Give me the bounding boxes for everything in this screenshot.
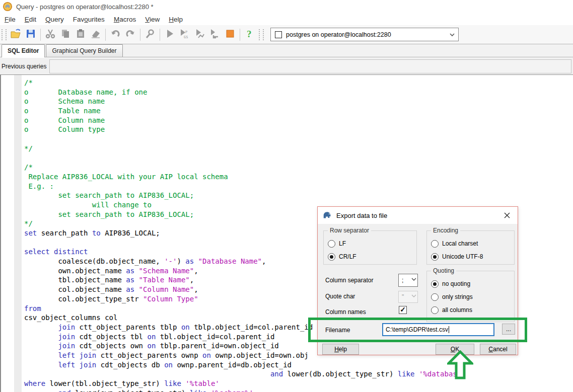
browse-button[interactable]: ... [502,324,515,335]
filename-value: C:\temp\GDPR\test.csv [386,326,448,333]
chevron-down-icon[interactable] [446,31,458,39]
code-line: o Column type [24,125,573,134]
help-button[interactable]: ? [243,28,257,42]
radio-only-strings[interactable]: only strings [431,290,512,303]
window-titlebar: Query - postgres on operator@localhost:2… [0,0,573,13]
undo-button[interactable] [108,28,122,42]
cancel-button[interactable]: Cancel [480,344,516,355]
quoting-group: Quoting no quotingonly stringsall column… [426,271,515,322]
explain-query-button[interactable] [193,28,207,42]
radio-no-quoting[interactable]: no quoting [431,277,512,290]
cut-button[interactable] [43,28,57,42]
code-line: */ [24,144,573,153]
quoting-group-label: Quoting [431,267,456,274]
execute-query-icon [164,28,175,41]
dialog-titlebar: Export data to file [318,207,518,224]
connection-status-icon [275,31,282,38]
previous-queries-label: Previous queries [2,63,46,70]
filename-label: Filename [325,327,350,334]
stop-button[interactable] [223,28,237,42]
connection-combobox[interactable]: postgres on operator@localhost:2280 [270,28,459,41]
column-separator-combobox[interactable]: ; [398,274,418,287]
radio-icon [431,240,439,248]
window-title: Query - postgres on operator@localhost:2… [16,3,154,11]
help-button[interactable]: Help [322,344,359,355]
radio-label: all columns [442,306,472,313]
toolbar-grip[interactable] [259,29,264,40]
menu-view[interactable]: View [140,14,164,25]
toolbar-separator [160,29,160,41]
clear-window-button[interactable] [89,28,103,42]
code-line: o Schema name [24,97,573,106]
radio-lf[interactable]: LF [328,237,414,250]
radio-label: only strings [442,293,473,300]
execute-pgscript-button[interactable]: PGS [178,28,192,42]
pgadmin-elephant-icon [322,210,332,220]
chevron-down-icon [410,292,417,301]
radio-icon [431,306,439,314]
radio-icon [431,293,439,301]
column-names-checkbox[interactable]: ✓ [399,306,407,314]
radio-unicode-utf-8[interactable]: Unicode UTF-8 [431,250,512,263]
text-caret [449,326,449,333]
code-line: o Column name [24,116,573,125]
code-line: /* [24,163,573,172]
column-names-label: Column names [325,308,366,316]
save-button[interactable] [24,28,38,42]
open-file-button[interactable] [9,28,23,42]
copy-button[interactable] [58,28,73,42]
menu-favourites[interactable]: Favourites [68,14,109,25]
code-line [24,134,573,144]
tab-graphical-query-builder[interactable]: Graphical Query Builder [46,44,122,57]
export-data-dialog: Export data to file Row separator LFCR/L… [317,206,518,355]
code-line: set search_path to AIP836_LOCAL; [24,191,573,200]
svg-text:GS: GS [184,35,188,39]
ok-button[interactable]: OK [436,344,474,355]
radio-label: Local charset [442,240,478,247]
previous-queries-bar: Previous queries [0,58,573,74]
filename-input[interactable]: C:\temp\GDPR\test.csv [382,323,494,336]
menu-help[interactable]: Help [164,14,187,25]
cut-icon [45,28,56,41]
execute-pgscript-icon: PGS [179,28,190,41]
chevron-down-icon [410,276,417,285]
previous-queries-combobox[interactable] [49,59,571,73]
code-line: left join cdt_objects db on ownp.parent_… [24,360,573,370]
toolbar-grip[interactable] [2,29,7,40]
menu-macros[interactable]: Macros [109,14,140,25]
radio-label: no quoting [442,280,470,287]
save-icon [25,28,36,41]
radio-label: Unicode UTF-8 [442,253,483,260]
radio-icon [328,240,335,248]
explain-options-button[interactable] [208,28,222,42]
toolbar-separator [240,29,240,41]
encoding-group: Encoding Local charsetUnicode UTF-8 [426,230,515,265]
execute-query-button[interactable] [163,28,177,42]
tab-sql-editor[interactable]: SQL Editor [2,44,45,57]
radio-local-charset[interactable]: Local charset [431,237,512,250]
menu-query[interactable]: Query [41,14,68,25]
code-line: and lower(own.object_type_str) like '%sc… [24,388,573,392]
redo-button[interactable] [123,28,137,42]
menu-edit[interactable]: Edit [20,14,41,25]
encoding-group-label: Encoding [431,227,460,234]
code-line: E.g. : [24,182,573,191]
help-icon: ? [244,28,255,41]
paste-icon [75,28,86,41]
paste-button[interactable] [74,28,88,42]
svg-text:?: ? [247,29,252,39]
tab-bar: SQL EditorGraphical Query Builder [0,44,573,57]
radio-cr-lf[interactable]: CR/LF [328,250,414,263]
code-line: /* [24,78,573,88]
row-separator-group-label: Row separator [328,227,371,234]
radio-all-columns[interactable]: all columns [431,303,512,317]
quote-char-value: " [399,293,410,300]
close-icon[interactable] [496,207,518,224]
stop-icon [225,28,236,41]
menu-file[interactable]: File [0,14,20,25]
code-line: o Database name, if one [24,88,573,97]
clear-window-icon [90,28,101,41]
row-separator-group: Row separator LFCR/LF [323,230,417,265]
explain-options-icon [209,28,221,41]
find-button[interactable] [143,28,157,42]
